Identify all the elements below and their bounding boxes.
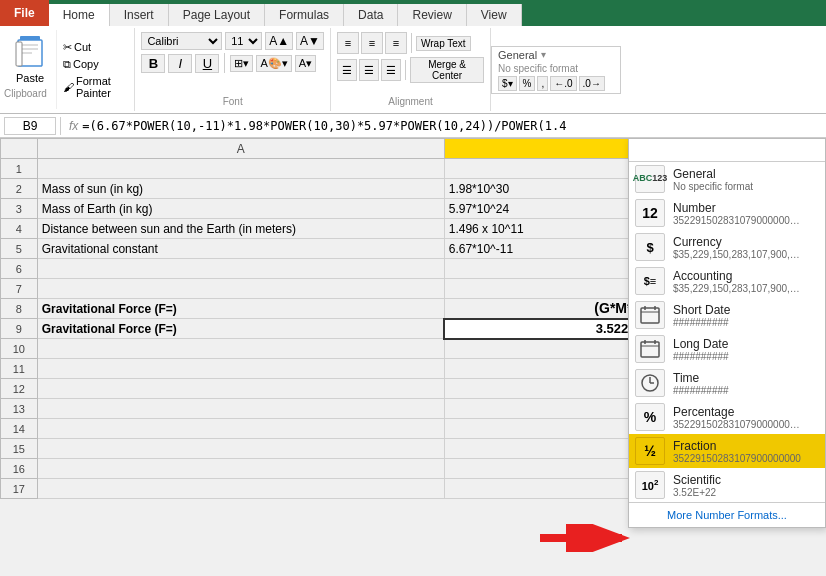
cell-a14[interactable] [37,419,444,439]
cell-a7[interactable] [37,279,444,299]
number-format-item-general[interactable]: ABC123GeneralNo specific format [629,162,825,196]
number-format-desc-currency: $35,229,150,283,107,900,000... [673,249,803,260]
number-format-item-long_date[interactable]: Long Date########## [629,332,825,366]
cell-a4[interactable]: Distance between sun and the Earth (in m… [37,219,444,239]
align-top-right-button[interactable]: ≡ [385,32,407,54]
number-format-name-currency: Currency [673,235,803,249]
tab-view[interactable]: View [467,4,522,26]
align-center-button[interactable]: ☰ [359,59,379,81]
number-format-icon-long_date [635,335,665,363]
number-format-icon-fraction: ½ [635,437,665,465]
svg-rect-3 [22,48,38,50]
tab-page-layout[interactable]: Page Layout [169,4,265,26]
tab-review[interactable]: Review [398,4,466,26]
border-button[interactable]: ⊞▾ [230,55,253,72]
font-name-select[interactable]: Calibri [141,32,222,50]
number-format-icon-accounting: $≡ [635,267,665,295]
copy-button[interactable]: ⧉ Copy [63,58,124,71]
cell-a13[interactable] [37,399,444,419]
number-format-desc-general: No specific format [673,181,753,192]
cell-a9[interactable]: Gravitational Force (F=) [37,319,444,339]
cell-reference[interactable] [4,117,56,135]
number-format-item-time[interactable]: Time########## [629,366,825,400]
fill-color-button[interactable]: A🎨▾ [256,55,291,72]
font-color-button[interactable]: A▾ [295,55,316,72]
decrease-decimal-button[interactable]: ←.0 [550,76,576,91]
tab-data[interactable]: Data [344,4,398,26]
number-format-text-currency: Currency$35,229,150,283,107,900,000... [673,235,803,260]
number-format-desc-short_date: ########## [673,317,730,328]
number-format-list: ABC123GeneralNo specific format12Number3… [629,162,825,502]
tab-home[interactable]: Home [49,4,110,26]
align-right-button[interactable]: ☰ [381,59,401,81]
align-top-left-button[interactable]: ≡ [337,32,359,54]
merge-center-button[interactable]: Merge & Center [410,57,484,83]
number-format-item-short_date[interactable]: Short Date########## [629,298,825,332]
number-format-item-fraction[interactable]: ½Fraction35229150283107900000000 [629,434,825,468]
tab-insert[interactable]: Insert [110,4,169,26]
increase-decimal-button[interactable]: .0→ [579,76,605,91]
cell-a17[interactable] [37,479,444,499]
row-number: 5 [1,239,38,259]
svg-rect-5 [16,42,22,66]
number-format-name-general: General [673,167,753,181]
arrow-indicator [540,524,630,552]
cell-a15[interactable] [37,439,444,459]
row-number: 3 [1,199,38,219]
svg-rect-6 [641,308,659,323]
formula-input[interactable] [82,119,822,133]
increase-font-button[interactable]: A▲ [265,32,293,50]
number-format-desc-scientific: 3.52E+22 [673,487,721,498]
align-top-center-button[interactable]: ≡ [361,32,383,54]
underline-button[interactable]: U [195,54,219,73]
currency-button[interactable]: $▾ [498,76,517,91]
tab-formulas[interactable]: Formulas [265,4,344,26]
row-number: 13 [1,399,38,419]
number-format-name-percentage: Percentage [673,405,803,419]
cell-a3[interactable]: Mass of Earth (in kg) [37,199,444,219]
format-painter-button[interactable]: 🖌 Format Painter [63,75,124,99]
number-format-icon-short_date [635,301,665,329]
number-format-item-scientific[interactable]: 102Scientific3.52E+22 [629,468,825,502]
number-format-item-accounting[interactable]: $≡Accounting$35,229,150,283,107,900,000.… [629,264,825,298]
cell-a1[interactable] [37,159,444,179]
col-a-header[interactable]: A [37,139,444,159]
align-divider [411,33,412,53]
row-number: 15 [1,439,38,459]
comma-button[interactable]: , [537,76,548,91]
cut-button[interactable]: ✂ Cut [63,41,124,54]
general-format-display: General ▾ [498,49,614,61]
fx-label: fx [69,119,78,133]
cell-a11[interactable] [37,359,444,379]
number-search-input[interactable] [629,139,825,162]
cell-a16[interactable] [37,459,444,479]
font-size-select[interactable]: 11 [225,32,262,50]
font-group: Calibri 11 A▲ A▼ B I U ⊞▾ A🎨▾ A▾ Font [135,28,331,111]
paste-icon [10,32,50,72]
number-format-name-number: Number [673,201,803,215]
align-left-button[interactable]: ☰ [337,59,357,81]
font-name-row: Calibri 11 A▲ A▼ [141,32,324,50]
cell-a12[interactable] [37,379,444,399]
cell-a5[interactable]: Gravitational constant [37,239,444,259]
number-format-icon-currency: $ [635,233,665,261]
wrap-text-button[interactable]: Wrap Text [416,36,471,51]
formula-bar-divider [60,117,61,135]
cell-a8[interactable]: Gravitational Force (F=) [37,299,444,319]
number-format-item-number[interactable]: 12Number3522915028310790000000000.0 [629,196,825,230]
percent-button[interactable]: % [519,76,536,91]
decrease-font-button[interactable]: A▼ [296,32,324,50]
cell-a6[interactable] [37,259,444,279]
cell-a10[interactable] [37,339,444,359]
more-formats-button[interactable]: More Number Formats... [629,502,825,527]
number-format-name-fraction: Fraction [673,439,801,453]
cell-a2[interactable]: Mass of sun (in kg) [37,179,444,199]
number-format-item-currency[interactable]: $Currency$35,229,150,283,107,900,000... [629,230,825,264]
number-format-item-percentage[interactable]: %Percentage352291502831079000000000000% [629,400,825,434]
number-format-icon-time [635,369,665,397]
bold-button[interactable]: B [141,54,165,73]
alignment-group: ≡ ≡ ≡ Wrap Text ☰ ☰ ☰ Merge & Center Ali… [331,28,491,111]
italic-button[interactable]: I [168,54,192,73]
row-number: 11 [1,359,38,379]
tab-file[interactable]: File [0,0,49,26]
